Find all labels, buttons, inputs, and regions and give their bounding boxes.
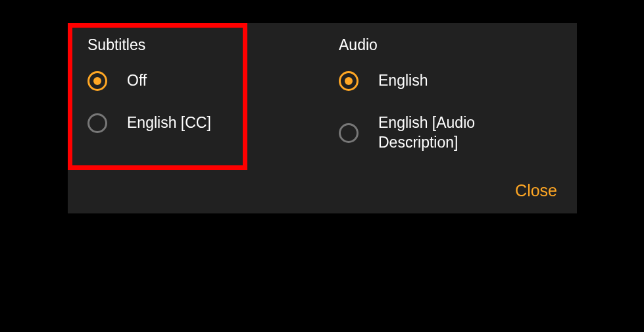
radio-unselected-icon	[339, 123, 359, 143]
close-button[interactable]: Close	[515, 181, 557, 200]
radio-unselected-icon	[87, 113, 107, 133]
radio-label: English	[378, 71, 428, 91]
audio-title: Audio	[339, 36, 557, 54]
audio-option-english[interactable]: English	[339, 71, 557, 91]
columns-container: Subtitles Off English [CC] Audio English	[87, 36, 557, 175]
audio-column: Audio English English [Audio Description…	[339, 36, 557, 175]
subtitles-column: Subtitles Off English [CC]	[87, 36, 306, 175]
subtitles-title: Subtitles	[87, 36, 306, 54]
radio-selected-icon	[87, 71, 107, 91]
audio-option-english-description[interactable]: English [Audio Description]	[339, 113, 557, 153]
radio-label: English [Audio Description]	[378, 113, 557, 153]
settings-panel: Subtitles Off English [CC] Audio English	[68, 23, 577, 213]
subtitles-option-english-cc[interactable]: English [CC]	[87, 113, 306, 133]
radio-label: Off	[127, 71, 147, 91]
radio-selected-icon	[339, 71, 359, 91]
subtitles-option-off[interactable]: Off	[87, 71, 306, 91]
radio-label: English [CC]	[127, 113, 211, 133]
